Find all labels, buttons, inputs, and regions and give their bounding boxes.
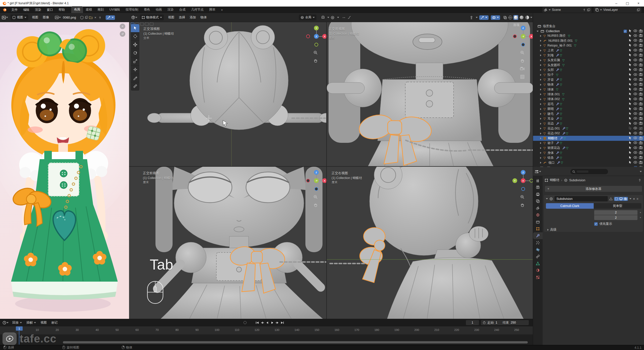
maximize-button[interactable]: ▢ bbox=[622, 0, 633, 7]
hide-viewport-icon[interactable] bbox=[633, 44, 637, 47]
falloff-chevron-icon[interactable] bbox=[337, 17, 339, 18]
timeline-menu-插帧[interactable]: 插帧 bbox=[24, 320, 38, 326]
timeline-menu-回放[interactable]: 回放 bbox=[10, 320, 24, 326]
selectable-icon[interactable] bbox=[629, 117, 632, 121]
xray-toggle-icon[interactable] bbox=[503, 15, 507, 20]
outliner-item-物体[interactable]: ▽ 物体 ▽ bbox=[533, 82, 644, 87]
modifier-name-field[interactable]: Subdivision bbox=[554, 196, 608, 201]
selectable-icon[interactable] bbox=[629, 39, 632, 43]
image-menu-图像[interactable]: 图像 bbox=[41, 15, 51, 20]
shading-material-icon[interactable] bbox=[519, 15, 524, 20]
properties-tab-object[interactable] bbox=[533, 226, 543, 232]
advanced-subpanel[interactable]: 高级 bbox=[547, 228, 556, 232]
properties-search-input[interactable] bbox=[570, 169, 608, 174]
disable-render-icon[interactable] bbox=[639, 97, 643, 101]
outliner-item-蝴蝶结[interactable]: ▽ 蝴蝶结 ▽ bbox=[533, 136, 644, 141]
outliner-item-头发后脑[interactable]: ▽ 头发后脑 ▽ bbox=[533, 58, 644, 63]
selectable-icon[interactable] bbox=[629, 126, 632, 130]
selectable-icon[interactable] bbox=[629, 43, 632, 48]
viewport-menu-物体[interactable]: 物体 bbox=[198, 15, 209, 20]
disable-render-icon[interactable] bbox=[639, 63, 643, 67]
gizmo-axis-Z[interactable]: Z bbox=[521, 26, 526, 30]
workspace-tab-动画[interactable]: 动画 bbox=[153, 6, 165, 13]
expand-arrow-icon[interactable] bbox=[540, 50, 541, 52]
outliner-item-裙摆花边[interactable]: ▽ 裙摆花边 ▽ bbox=[533, 146, 644, 150]
selectable-icon[interactable] bbox=[629, 29, 632, 33]
disable-render-icon[interactable] bbox=[639, 151, 643, 155]
new-scene-icon[interactable] bbox=[587, 8, 590, 12]
menu-窗口[interactable]: 窗口 bbox=[44, 7, 56, 13]
levels-render-slider[interactable]: 2 bbox=[594, 215, 637, 220]
tool-tweak-button[interactable] bbox=[131, 24, 139, 32]
pin-icon[interactable] bbox=[583, 8, 586, 11]
outliner-item-裙子[interactable]: ▽ 裙子 ▽ bbox=[533, 141, 644, 146]
levels-viewport-slider[interactable]: 2 bbox=[594, 210, 637, 215]
expand-arrow-icon[interactable] bbox=[540, 157, 541, 159]
disable-render-icon[interactable] bbox=[639, 117, 643, 121]
chevron-down-icon[interactable] bbox=[59, 17, 61, 18]
viewport-menu-选择[interactable]: 选择 bbox=[177, 15, 187, 20]
tool-annotate-button[interactable] bbox=[131, 74, 139, 82]
expand-arrow-icon[interactable] bbox=[540, 69, 541, 71]
zoom-view-icon[interactable] bbox=[312, 49, 319, 56]
image-menu-视图[interactable]: 视图 bbox=[30, 15, 41, 20]
selectable-icon[interactable] bbox=[629, 146, 632, 150]
snap-increment-icon[interactable] bbox=[342, 15, 346, 20]
hide-viewport-icon[interactable] bbox=[633, 141, 637, 145]
outliner-item-扣子[interactable]: ▽ 扣子 ▽ bbox=[533, 72, 644, 77]
hide-viewport-icon[interactable] bbox=[633, 49, 637, 52]
disable-render-icon[interactable] bbox=[639, 78, 643, 82]
outliner-item-花边.002[interactable]: ▽ 花边.002 ▽ bbox=[533, 131, 644, 136]
play-reverse-button[interactable] bbox=[265, 320, 270, 325]
expand-arrow-icon[interactable] bbox=[540, 84, 541, 86]
tool-move-button[interactable] bbox=[131, 41, 139, 49]
disable-render-icon[interactable] bbox=[639, 122, 643, 125]
outliner-item-球体[interactable]: ▽ 球体 ▽ bbox=[533, 87, 644, 92]
selectable-icon[interactable] bbox=[629, 151, 632, 155]
expand-arrow-icon[interactable] bbox=[540, 162, 541, 164]
new-viewlayer-icon[interactable] bbox=[637, 8, 640, 12]
properties-tab-viewlayer[interactable] bbox=[533, 198, 543, 205]
hide-viewport-icon[interactable] bbox=[633, 137, 637, 140]
expand-arrow-icon[interactable] bbox=[540, 152, 541, 154]
breadcrumb-object[interactable]: 蝴蝶结 bbox=[550, 178, 559, 182]
outliner-item-耳朵[interactable]: ▽ 耳朵 ▽ bbox=[533, 116, 644, 121]
hide-viewport-icon[interactable] bbox=[633, 68, 637, 72]
editor-type-timeline-icon[interactable] bbox=[2, 320, 7, 325]
close-button[interactable]: × bbox=[633, 0, 644, 7]
hide-viewport-icon[interactable] bbox=[633, 127, 637, 130]
animate-dot-icon[interactable]: • bbox=[640, 211, 641, 214]
outliner-item-花边[interactable]: ▽ 花边 ▽ bbox=[533, 121, 644, 126]
scene-selector[interactable]: Scene bbox=[542, 7, 592, 13]
hide-viewport-icon[interactable] bbox=[633, 112, 637, 116]
expand-arrow-icon[interactable] bbox=[540, 103, 541, 105]
select-intersect-icon[interactable] bbox=[150, 22, 153, 26]
outliner-item-头部[interactable]: ▽ 头部 ▽ bbox=[533, 68, 644, 72]
editor-type-image-icon[interactable] bbox=[2, 15, 6, 20]
optimal-display-checkbox[interactable]: ✓ bbox=[594, 222, 598, 226]
expand-arrow-icon[interactable] bbox=[540, 137, 541, 139]
disable-render-icon[interactable] bbox=[639, 161, 643, 165]
open-folder-icon[interactable] bbox=[89, 15, 93, 20]
mode-selector[interactable]: 物体模式 bbox=[140, 15, 164, 20]
pan-view-icon[interactable] bbox=[519, 57, 526, 64]
hide-viewport-icon[interactable] bbox=[633, 29, 637, 33]
properties-tab-constraints[interactable] bbox=[533, 253, 543, 260]
selectable-icon[interactable] bbox=[629, 102, 632, 106]
outliner-item-牙齿[interactable]: ▽ 牙齿 ▽ bbox=[533, 77, 644, 82]
hide-viewport-icon[interactable] bbox=[633, 146, 637, 150]
gizmo-axis-negative[interactable] bbox=[513, 34, 517, 38]
show-overlays-toggle[interactable] bbox=[491, 15, 500, 20]
gizmo-axis-negative[interactable] bbox=[521, 43, 525, 47]
display-editmode-icon[interactable] bbox=[615, 197, 618, 200]
collection-row[interactable]: Collection ✓ bbox=[533, 29, 644, 34]
expand-arrow-icon[interactable] bbox=[540, 127, 541, 129]
gizmo-axis-negative[interactable] bbox=[306, 34, 310, 38]
image-name[interactable]: 0060.png bbox=[63, 16, 76, 19]
zoom-view-icon[interactable] bbox=[519, 194, 526, 200]
add-modifier-button[interactable]: + 添加修改器 bbox=[545, 186, 642, 192]
navigation-gizmo[interactable]: ZYX bbox=[512, 169, 533, 192]
workspace-tab-UV编辑[interactable]: UV编辑 bbox=[107, 6, 123, 13]
workspace-tab-几何节点[interactable]: 几何节点 bbox=[188, 6, 206, 13]
chevron-down-icon[interactable] bbox=[7, 322, 9, 323]
